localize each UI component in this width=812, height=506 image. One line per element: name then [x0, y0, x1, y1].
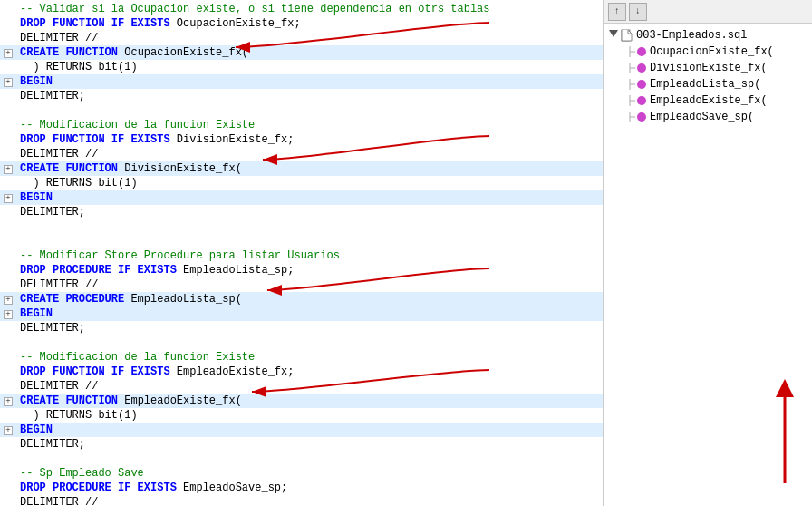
code-text: DELIMITER; — [20, 438, 85, 451]
keyword-drop: DROP PROCEDURE IF EXISTS — [20, 482, 177, 494]
expand-icon[interactable]: + — [4, 426, 13, 435]
code-text: DELIMITER // — [20, 496, 98, 506]
expand-gutter[interactable]: + — [4, 190, 16, 205]
tree-root-node[interactable]: 003-Empleados.sql — [604, 27, 812, 44]
code-line: -- Sp Empleado Save — [0, 466, 603, 481]
code-line: +BEGIN — [0, 423, 603, 437]
expand-icon[interactable]: + — [4, 49, 13, 58]
tree-item[interactable]: EmpleadoSave_sp( — [621, 109, 812, 125]
expand-icon[interactable]: + — [4, 194, 13, 203]
tree-item[interactable]: EmpleadoLista_sp( — [621, 76, 812, 92]
expand-gutter[interactable]: + — [4, 45, 16, 60]
code-line: DELIMITER // — [0, 495, 603, 506]
expand-icon[interactable]: + — [4, 397, 13, 406]
function-icon — [637, 63, 646, 73]
keyword-create: CREATE FUNCTION — [20, 162, 118, 175]
code-scroll-area[interactable]: -- Validar si la Ocupacion existe, o si … — [0, 0, 603, 506]
file-icon — [621, 29, 633, 42]
code-line — [0, 336, 603, 350]
drop-target: DivisionExiste_fx; — [170, 133, 295, 146]
code-line: DROP PROCEDURE IF EXISTS EmpleadoLista_s… — [0, 263, 603, 277]
tree-item[interactable]: OcupacionExiste_fx( — [621, 44, 812, 60]
line-text: -- Validar si la Ocupacion existe, o si … — [16, 2, 489, 16]
line-text: -- Modificacion de la funcion Existe — [16, 350, 255, 365]
expand-icon[interactable]: + — [4, 296, 13, 305]
code-line: DELIMITER // — [0, 379, 603, 394]
expand-gutter[interactable]: + — [4, 307, 16, 321]
keyword-drop: DROP PROCEDURE IF EXISTS — [20, 264, 177, 277]
comment-text: -- Validar si la Ocupacion existe, o si … — [20, 3, 489, 15]
line-text: DROP FUNCTION IF EXISTS OcupacionExiste_… — [16, 16, 301, 31]
line-text: DELIMITER // — [16, 277, 98, 292]
comment-text: -- Modificacion de la funcion Existe — [20, 119, 255, 131]
drop-target: EmpleadoSave_sp; — [177, 482, 287, 494]
line-text: -- Modificacion de la funcion Existe — [16, 118, 255, 132]
code-line: +BEGIN — [0, 190, 603, 205]
toolbar-btn-down[interactable]: ↓ — [629, 3, 647, 21]
tree-item-label: DivisionExiste_fx( — [650, 62, 768, 74]
code-text: ) RETURNS bit(1) — [20, 409, 138, 422]
tree-item-label: EmpleadoExiste_fx( — [650, 94, 768, 107]
expand-icon[interactable]: + — [4, 310, 13, 319]
line-text: CREATE FUNCTION OcupacionExiste_fx( — [16, 45, 248, 60]
code-text: DELIMITER // — [20, 380, 98, 393]
code-line — [0, 452, 603, 466]
line-text: DROP FUNCTION IF EXISTS DivisionExiste_f… — [16, 132, 294, 147]
keyword-drop: DROP FUNCTION IF EXISTS — [20, 17, 170, 30]
function-icon — [637, 112, 646, 122]
expand-icon[interactable]: + — [4, 165, 13, 174]
drop-target: OcupacionExiste_fx; — [170, 17, 301, 30]
line-text: DROP PROCEDURE IF EXISTS EmpleadoSave_sp… — [16, 481, 287, 495]
code-line: +BEGIN — [0, 307, 603, 321]
line-text: DELIMITER; — [16, 89, 85, 103]
expand-gutter[interactable]: + — [4, 423, 16, 437]
code-line: -- Validar si la Ocupacion existe, o si … — [0, 2, 603, 16]
code-text: DELIMITER // — [20, 278, 98, 291]
expand-gutter[interactable]: + — [4, 74, 16, 89]
code-line: DELIMITER // — [0, 277, 603, 292]
line-text: DELIMITER; — [16, 205, 85, 219]
function-name: EmpleadoLista_sp( — [124, 293, 242, 306]
code-line: DROP FUNCTION IF EXISTS EmpleadoExiste_f… — [0, 365, 603, 379]
line-text: BEGIN — [16, 190, 53, 205]
tree-item-label: EmpleadoLista_sp( — [650, 78, 760, 91]
expand-gutter[interactable]: + — [4, 394, 16, 408]
code-line: DROP FUNCTION IF EXISTS DivisionExiste_f… — [0, 132, 603, 147]
code-line: ) RETURNS bit(1) — [0, 408, 603, 423]
sidebar-tree[interactable]: 003-Empleados.sqlOcupacionExiste_fx(Divi… — [604, 24, 812, 506]
code-editor[interactable]: -- Validar si la Ocupacion existe, o si … — [0, 0, 604, 506]
code-text: ) RETURNS bit(1) — [20, 61, 138, 73]
code-text: DELIMITER; — [20, 90, 85, 102]
function-icon — [637, 80, 646, 89]
line-text: DROP PROCEDURE IF EXISTS EmpleadoLista_s… — [16, 263, 294, 277]
tree-item[interactable]: DivisionExiste_fx( — [621, 60, 812, 76]
code-line: +CREATE FUNCTION OcupacionExiste_fx( — [0, 45, 603, 60]
tree-connector-icon — [624, 46, 635, 57]
tree-connector-icon — [624, 63, 635, 73]
tree-connector-icon — [624, 112, 635, 122]
tree-expand-icon — [608, 30, 619, 41]
tree-item-label: EmpleadoSave_sp( — [650, 111, 754, 123]
line-text: ) RETURNS bit(1) — [16, 408, 138, 423]
tree-item[interactable]: EmpleadoExiste_fx( — [621, 92, 812, 109]
line-text: DELIMITER; — [16, 321, 85, 336]
expand-gutter[interactable]: + — [4, 292, 16, 307]
code-line: +CREATE FUNCTION DivisionExiste_fx( — [0, 161, 603, 176]
drop-target: EmpleadoLista_sp; — [177, 264, 295, 277]
code-text: ) RETURNS bit(1) — [20, 177, 138, 190]
line-text: BEGIN — [16, 307, 53, 321]
toolbar-btn-up[interactable]: ↑ — [608, 3, 626, 21]
line-text: -- Sp Empleado Save — [16, 466, 144, 481]
line-text: DROP FUNCTION IF EXISTS EmpleadoExiste_f… — [16, 365, 294, 379]
tree-root-label: 003-Empleados.sql — [636, 29, 747, 42]
line-text: -- Modificar Store Procedure para listar… — [16, 248, 340, 263]
expand-gutter[interactable]: + — [4, 161, 16, 176]
tree-connector-icon — [624, 79, 635, 90]
code-text: DELIMITER; — [20, 206, 85, 219]
code-text: DELIMITER // — [20, 148, 98, 161]
expand-icon[interactable]: + — [4, 78, 13, 87]
code-line — [0, 219, 603, 234]
comment-text: -- Sp Empleado Save — [20, 467, 144, 480]
keyword-drop: DROP FUNCTION IF EXISTS — [20, 365, 170, 378]
code-line: ) RETURNS bit(1) — [0, 60, 603, 74]
